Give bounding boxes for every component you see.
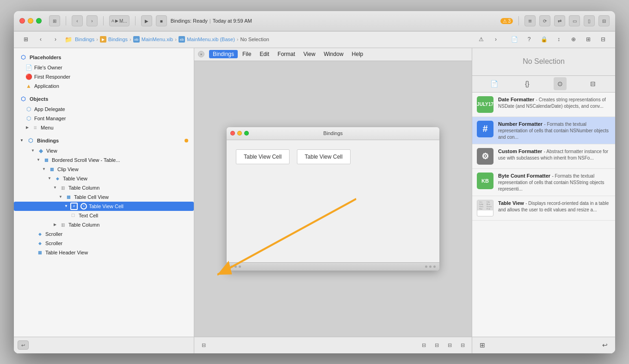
number-formatter-icon: # bbox=[477, 121, 493, 137]
view-icon: ◆ bbox=[37, 147, 44, 154]
minimize-button[interactable] bbox=[28, 18, 33, 24]
tree-item-app-delegate[interactable]: ⬡ App Delegate bbox=[14, 105, 194, 114]
inspector-file-btn[interactable]: 📄 bbox=[488, 77, 501, 90]
view-mode-3[interactable]: ⊟ bbox=[444, 340, 455, 350]
scheme-icon[interactable]: A ▶ M... bbox=[109, 15, 130, 26]
inspector-file-icon[interactable]: 📄 bbox=[508, 34, 521, 45]
app-delegate-icon: ⬡ bbox=[25, 105, 32, 113]
tree-item-scroll-view[interactable]: ▼ ▦ Bordered Scroll View - Table... bbox=[14, 155, 194, 165]
tree-item-table-col-1[interactable]: ▼ ▥ Table Column bbox=[14, 183, 194, 192]
tree-item-view[interactable]: ▼ ◆ View bbox=[14, 146, 194, 155]
menu-bindings[interactable]: Bindings bbox=[209, 50, 238, 58]
view-mode-1[interactable]: ⊟ bbox=[418, 340, 429, 350]
tree-item-scroller-1[interactable]: ◆ Scroller bbox=[14, 229, 194, 239]
inspector-table-icon[interactable]: ⊟ bbox=[597, 34, 610, 45]
grid-button[interactable]: ⊞ bbox=[19, 34, 32, 45]
run-button[interactable]: ▶ bbox=[141, 15, 152, 26]
col1-label: Table Column bbox=[68, 185, 99, 191]
bc-mainmenu-base[interactable]: MainMenu.xib (Base) bbox=[187, 37, 235, 42]
library-search-btn[interactable]: ↩ bbox=[598, 339, 611, 352]
menu-file[interactable]: File bbox=[239, 50, 255, 58]
view-mode-4[interactable]: ⊟ bbox=[457, 340, 468, 350]
breadcrumb: Bindings › ▶ Bindings › xib MainMenu.xib… bbox=[75, 36, 473, 43]
menu-help[interactable]: Help bbox=[348, 50, 367, 58]
inspector-identity-icon[interactable]: 🔒 bbox=[537, 34, 550, 45]
toolbar-btn-3[interactable]: ⇄ bbox=[554, 15, 565, 26]
sim-minimize[interactable] bbox=[237, 131, 242, 136]
cube-icon: ⬡ bbox=[19, 54, 27, 61]
custom-formatter-name: Custom Formatter bbox=[498, 148, 542, 154]
warning-badge[interactable]: ⚠ 3 bbox=[500, 18, 513, 24]
menu-edit[interactable]: Edit bbox=[256, 50, 273, 58]
inspector-connections-icon[interactable]: ↕ bbox=[552, 34, 565, 45]
tree-item-application[interactable]: ▲ Application bbox=[14, 81, 194, 91]
nav-forward[interactable]: › bbox=[49, 34, 62, 45]
sim-menubar: × Bindings File Edit Format View Window … bbox=[194, 48, 472, 61]
bc-bindings[interactable]: Bindings bbox=[75, 37, 94, 42]
inspector-circle-btn[interactable]: ⊙ bbox=[554, 77, 567, 90]
bc-bindings2[interactable]: Bindings bbox=[108, 37, 128, 42]
date-formatter-name: Date Formatter bbox=[498, 97, 534, 102]
library-grid-btn[interactable]: ⊞ bbox=[476, 339, 489, 352]
menu-window[interactable]: Window bbox=[320, 50, 347, 58]
view-mode-2[interactable]: ⊟ bbox=[431, 340, 442, 350]
back-history-button[interactable]: ↩ bbox=[18, 340, 29, 350]
separator2 bbox=[103, 16, 104, 25]
tree-item-font-manager[interactable]: ⬡ Font Manager bbox=[14, 114, 194, 123]
tree-item-table-view-cell[interactable]: ▼ # + Table View Cell bbox=[14, 202, 194, 211]
tree-item-scroller-2[interactable]: ◆ Scroller bbox=[14, 239, 194, 248]
tree-item-table-col-2[interactable]: ▶ ▥ Table Column bbox=[14, 220, 194, 229]
sim-close[interactable] bbox=[230, 131, 235, 136]
nav-arrow-right[interactable]: › bbox=[489, 34, 502, 45]
library-item-date-formatter[interactable]: JULY17 Date Formatter - Creates string r… bbox=[472, 93, 615, 117]
menu-format[interactable]: Format bbox=[274, 50, 299, 58]
tree-item-table-view[interactable]: ▼ ◆ Table View bbox=[14, 174, 194, 183]
inspector-help-icon[interactable]: ? bbox=[523, 34, 536, 45]
custom-formatter-icon: ⚙ bbox=[477, 148, 493, 165]
tree-item-table-header[interactable]: ▦ Table Header View bbox=[14, 248, 194, 257]
tree-item-cell-view[interactable]: ▼ ▦ Table Cell View bbox=[14, 192, 194, 202]
byte-formatter-name: Byte Count Formatter bbox=[498, 173, 550, 179]
inspector-grid-icon[interactable]: ⊞ bbox=[582, 34, 595, 45]
tree-item-files-owner[interactable]: 📄 File's Owner bbox=[14, 63, 194, 72]
no-selection-header: No Selection bbox=[472, 48, 615, 76]
toolbar-btn-2[interactable]: ⟳ bbox=[539, 15, 550, 26]
date-formatter-text: Date Formatter - Creates string represen… bbox=[498, 96, 610, 109]
center-panel: × Bindings File Edit Format View Window … bbox=[194, 48, 472, 353]
forward-button[interactable]: › bbox=[86, 15, 98, 26]
sim-titlebar: Bindings bbox=[227, 127, 439, 140]
inspector-code-btn[interactable]: {} bbox=[521, 77, 534, 90]
bc-mainmenu[interactable]: MainMenu.xib bbox=[142, 37, 173, 42]
sim-close-btn[interactable]: × bbox=[198, 51, 204, 57]
library-item-table-view[interactable]: JonKellyChraRan ClarBlueGreenPink Table … bbox=[472, 196, 615, 221]
tree-item-text-cell[interactable]: ☐ Text Cell bbox=[14, 211, 194, 220]
grid-view-button[interactable]: ⊞ bbox=[49, 15, 60, 26]
library-item-number-formatter[interactable]: # Number Formatter - Formats the textual… bbox=[472, 117, 615, 144]
date-formatter-icon: JULY17 bbox=[477, 96, 493, 113]
nav-warning[interactable]: ⚠ bbox=[475, 34, 487, 45]
inspector-list-btn[interactable]: ⊟ bbox=[586, 77, 599, 90]
tree-item-menu[interactable]: ▶ ≡ Menu bbox=[14, 123, 194, 132]
stop-button[interactable]: ■ bbox=[156, 15, 167, 26]
library-item-custom-formatter[interactable]: ⚙ Custom Formatter - Abstract formatter … bbox=[472, 144, 615, 169]
toolbar-btn-4[interactable]: ▭ bbox=[569, 15, 580, 26]
menu-view[interactable]: View bbox=[300, 50, 319, 58]
library-item-byte-formatter[interactable]: KB Byte Count Formatter - Formats the te… bbox=[472, 169, 615, 196]
toggle-panel-btn[interactable]: ⊟ bbox=[198, 340, 209, 350]
back-button[interactable]: ‹ bbox=[72, 15, 83, 26]
table-view-icon: JonKellyChraRan ClarBlueGreenPink bbox=[477, 200, 493, 216]
sim-bottom bbox=[227, 262, 439, 271]
number-formatter-text: Number Formatter - Formats the textual r… bbox=[498, 121, 610, 140]
toolbar-btn-6[interactable]: ⊟ bbox=[598, 15, 610, 26]
close-button[interactable] bbox=[19, 18, 25, 24]
tree-item-first-responder[interactable]: 🔴 First Responder bbox=[14, 72, 194, 81]
byte-formatter-text: Byte Count Formatter - Formats the textu… bbox=[498, 173, 610, 192]
tree-item-clip-view[interactable]: ▼ ▦ Clip View bbox=[14, 165, 194, 174]
zoom-button[interactable] bbox=[36, 18, 42, 24]
toolbar-btn-1[interactable]: ≡ bbox=[524, 15, 536, 26]
xib-icon-2: xib bbox=[179, 36, 185, 43]
inspector-plus-icon[interactable]: ⊕ bbox=[567, 34, 580, 45]
toolbar-btn-5[interactable]: ▯ bbox=[584, 15, 595, 26]
sim-zoom[interactable] bbox=[244, 131, 249, 136]
nav-back[interactable]: ‹ bbox=[34, 34, 47, 45]
